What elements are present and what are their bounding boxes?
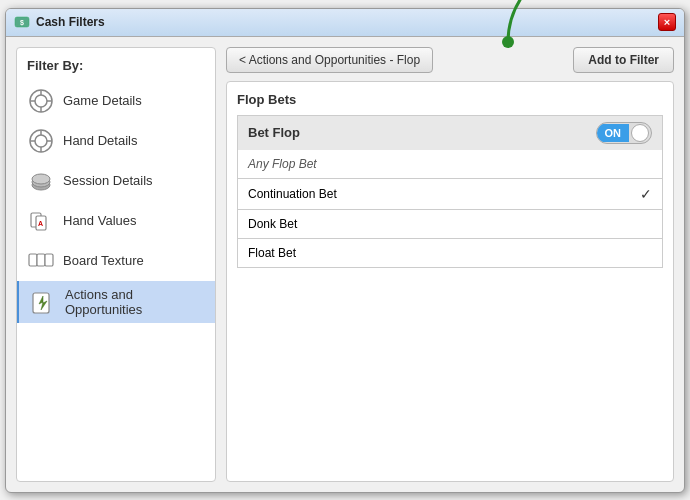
continuation-bet-label: Continuation Bet [248, 187, 337, 201]
donk-bet-label: Donk Bet [248, 217, 297, 231]
svg-text:$: $ [20, 19, 24, 27]
window-body: Filter By: Game Details [6, 37, 684, 492]
session-details-icon [27, 167, 55, 195]
window-title: Cash Filters [36, 15, 105, 29]
actions-opportunities-icon [29, 288, 57, 316]
hand-details-icon [27, 127, 55, 155]
sidebar-label-board-texture: Board Texture [63, 253, 144, 268]
sidebar-item-hand-details[interactable]: Hand Details [17, 121, 215, 161]
bet-option-any-flop[interactable]: Any Flop Bet [237, 150, 663, 179]
back-button[interactable]: < Actions and Opportunities - Flop [226, 47, 433, 73]
bet-flop-header: Bet Flop ON [237, 115, 663, 150]
svg-point-3 [35, 95, 47, 107]
add-filter-container: Add to Filter [573, 47, 674, 73]
sidebar-item-game-details[interactable]: Game Details [17, 81, 215, 121]
content-panel: Flop Bets Bet Flop ON Any Flop Bet Conti… [226, 81, 674, 482]
any-flop-bet-label: Any Flop Bet [248, 157, 317, 171]
main-window: $ Cash Filters × Filter By: [5, 8, 685, 493]
bet-option-donk[interactable]: Donk Bet [237, 210, 663, 239]
svg-point-26 [502, 36, 514, 48]
sidebar-label-hand-values: Hand Values [63, 213, 136, 228]
sidebar-label-actions-opportunities: Actions and Opportunities [65, 287, 205, 317]
svg-rect-21 [37, 254, 45, 266]
sidebar-item-board-texture[interactable]: Board Texture [17, 241, 215, 281]
svg-point-16 [32, 174, 50, 184]
svg-rect-20 [29, 254, 37, 266]
sidebar-label-game-details: Game Details [63, 93, 142, 108]
svg-rect-22 [45, 254, 53, 266]
title-bar: $ Cash Filters × [6, 9, 684, 37]
toggle-knob [631, 124, 649, 142]
main-content: < Actions and Opportunities - Flop Add t… [226, 47, 674, 482]
float-bet-label: Float Bet [248, 246, 296, 260]
section-title: Flop Bets [237, 92, 663, 107]
sidebar-item-hand-values[interactable]: A Hand Values [17, 201, 215, 241]
continuation-check-icon: ✓ [640, 186, 652, 202]
filter-by-label: Filter By: [17, 54, 215, 81]
board-texture-icon [27, 247, 55, 275]
toggle-on-label: ON [597, 124, 630, 142]
sidebar-item-session-details[interactable]: Session Details [17, 161, 215, 201]
bet-option-continuation[interactable]: Continuation Bet ✓ [237, 179, 663, 210]
sidebar: Filter By: Game Details [16, 47, 216, 482]
svg-point-9 [35, 135, 47, 147]
bet-flop-label: Bet Flop [248, 125, 300, 140]
top-bar: < Actions and Opportunities - Flop Add t… [226, 47, 674, 73]
bet-flop-toggle[interactable]: ON [596, 122, 653, 144]
svg-text:A: A [38, 220, 43, 227]
bet-option-float[interactable]: Float Bet [237, 239, 663, 268]
title-bar-left: $ Cash Filters [14, 14, 105, 30]
add-to-filter-button[interactable]: Add to Filter [573, 47, 674, 73]
game-details-icon [27, 87, 55, 115]
sidebar-item-actions-opportunities[interactable]: Actions and Opportunities [17, 281, 215, 323]
sidebar-label-hand-details: Hand Details [63, 133, 137, 148]
close-button[interactable]: × [658, 13, 676, 31]
hand-values-icon: A [27, 207, 55, 235]
window-icon: $ [14, 14, 30, 30]
sidebar-label-session-details: Session Details [63, 173, 153, 188]
